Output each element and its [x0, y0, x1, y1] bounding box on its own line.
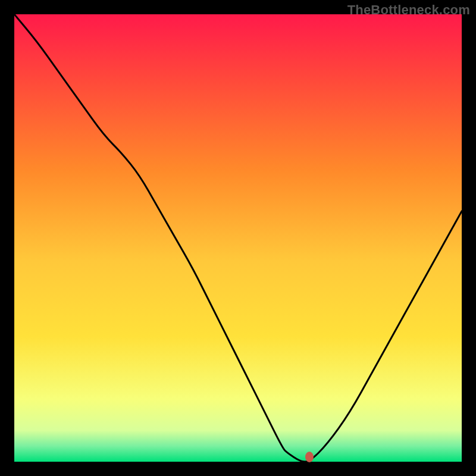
- gradient-background: [14, 14, 462, 462]
- chart-svg: [14, 14, 462, 462]
- plot-area: [14, 14, 462, 462]
- chart-frame: TheBottleneck.com: [0, 0, 476, 476]
